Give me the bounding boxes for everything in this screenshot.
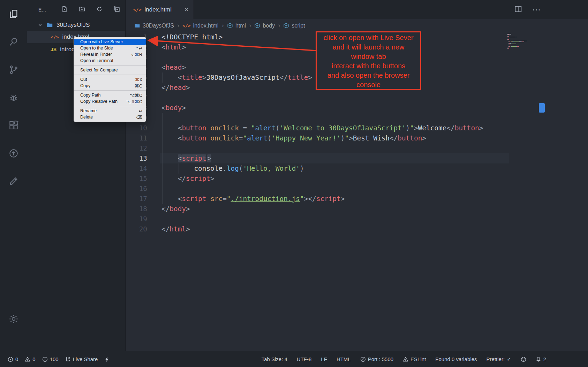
run-debug-icon[interactable] <box>5 89 22 106</box>
context-menu-item-cut[interactable]: Cut⌘X <box>74 76 146 83</box>
code-line-13[interactable]: 13 <script> <box>126 153 588 163</box>
context-menu-item-delete[interactable]: Delete⌫ <box>74 114 146 120</box>
extensions-icon[interactable] <box>5 117 22 134</box>
menu-item-shortcut: ⌫ <box>136 115 142 120</box>
line-number[interactable]: 16 <box>126 184 147 194</box>
menu-item-shortcut: ⌃↩ <box>135 46 142 51</box>
code-line-16[interactable]: 16 <box>126 184 588 194</box>
warning-icon <box>25 357 30 362</box>
new-folder-icon[interactable] <box>78 6 85 14</box>
status-item-live-share[interactable]: Live Share <box>65 356 98 362</box>
source-control-icon[interactable] <box>5 61 22 78</box>
menu-item-shortcut: ↩ <box>139 108 142 114</box>
search-icon[interactable] <box>5 33 22 50</box>
collapse-all-icon[interactable] <box>113 6 120 14</box>
line-number[interactable]: 19 <box>126 214 147 224</box>
status-item-port-5500[interactable]: Port : 5500 <box>360 356 393 362</box>
status-item-lf[interactable]: LF <box>321 356 327 362</box>
new-file-icon[interactable] <box>61 6 68 14</box>
line-number[interactable]: 12 <box>126 143 147 153</box>
line-number[interactable]: 13 <box>126 153 147 163</box>
status-item-lightning[interactable] <box>104 357 110 362</box>
refresh-icon[interactable] <box>96 6 103 14</box>
context-menu-item-select-for-compare[interactable]: Select for Compare <box>74 67 146 73</box>
folder-row-30daysofjs[interactable]: 30DaysOfJS <box>27 19 125 31</box>
context-menu-item-copy-path[interactable]: Copy Path⌥⌘C <box>74 92 146 98</box>
status-item-html[interactable]: HTML <box>337 356 351 362</box>
menu-item-label: Copy Path <box>80 93 100 98</box>
breadcrumb-label: body <box>263 23 275 29</box>
context-menu-item-open-to-the-side[interactable]: Open to the Side⌃↩ <box>74 45 146 51</box>
html-file-icon: </> <box>133 7 141 12</box>
status-label: Live Share <box>73 356 98 362</box>
explorer-icon[interactable] <box>5 6 22 22</box>
code-line-8[interactable]: 8<body> <box>126 103 588 113</box>
js-file-icon: JS <box>51 47 56 52</box>
context-menu-item-copy[interactable]: Copy⌘C <box>74 83 146 89</box>
code-line-12[interactable]: 12 <box>126 143 588 153</box>
status-item-tab-size-4[interactable]: Tab Size: 4 <box>262 356 287 362</box>
code-line-14[interactable]: 14 console.log('Hello, World') <box>126 163 588 174</box>
line-number[interactable]: 17 <box>126 194 147 204</box>
status-item-0[interactable]: 0 <box>25 356 35 362</box>
breadcrumb-item-html[interactable]: html <box>227 23 246 29</box>
breadcrumb: 30DaysOfJS›</>index.html›html›body›scrip… <box>126 19 588 32</box>
breadcrumb-item-index-html[interactable]: </>index.html <box>182 23 218 29</box>
menu-item-shortcut: ⌥⇧⌘C <box>126 99 142 104</box>
line-number[interactable]: 20 <box>126 224 147 234</box>
line-number[interactable]: 15 <box>126 174 147 184</box>
status-item-2[interactable]: 2 <box>536 356 546 362</box>
info-icon <box>42 357 48 362</box>
code-text: </html> <box>161 224 190 234</box>
code-line-19[interactable]: 19 <box>126 214 588 224</box>
breadcrumb-label: script <box>292 23 305 29</box>
context-menu-item-open-in-terminal[interactable]: Open in Terminal <box>74 58 146 64</box>
status-item-eslint[interactable]: ESLint <box>403 356 426 362</box>
status-item-utf-8[interactable]: UTF-8 <box>297 356 312 362</box>
status-label: Prettier: <box>487 356 505 362</box>
line-number[interactable]: 18 <box>126 204 147 214</box>
code-line-7[interactable]: 7 <box>126 93 588 103</box>
code-line-17[interactable]: 17 <script src="./introduction.js"></scr… <box>126 194 588 204</box>
split-editor-icon[interactable] <box>514 5 522 15</box>
code-text: <button onclick="alert('Happy New Year!'… <box>161 133 426 143</box>
breadcrumb-item-script[interactable]: script <box>283 23 305 29</box>
menu-item-shortcut: ⌥⌘C <box>130 93 142 98</box>
line-number[interactable]: 11 <box>126 133 147 143</box>
code-line-15[interactable]: 15 </script> <box>126 174 588 184</box>
code-text: </body> <box>161 204 190 214</box>
code-line-18[interactable]: 18</body> <box>126 204 588 214</box>
status-item-100[interactable]: 100 <box>42 356 59 362</box>
breadcrumb-item-body[interactable]: body <box>254 23 275 29</box>
status-item-smiley[interactable] <box>521 357 526 362</box>
context-menu-item-open-with-live-server[interactable]: Open with Live Server <box>74 39 146 45</box>
more-actions-icon[interactable]: ⋯ <box>532 5 541 15</box>
status-label: 0 <box>32 356 35 362</box>
line-number[interactable]: 10 <box>126 123 147 133</box>
code-line-10[interactable]: 10 <button onclick = "alert('Welcome to … <box>126 123 588 133</box>
minimap[interactable] <box>507 34 539 49</box>
code-line-11[interactable]: 11 <button onclick="alert('Happy New Yea… <box>126 133 588 143</box>
line-number[interactable]: 14 <box>126 163 147 174</box>
tab-index-html[interactable]: </> index.html × <box>126 0 194 19</box>
breadcrumb-item-30daysofjs[interactable]: 30DaysOfJS <box>134 23 174 29</box>
status-item-prettier[interactable]: Prettier:✓ <box>487 356 511 362</box>
context-menu-item-reveal-in-finder[interactable]: Reveal in Finder⌥⌘R <box>74 51 146 58</box>
status-item-0[interactable]: 0 <box>8 356 18 362</box>
blocked-icon <box>360 357 366 362</box>
live-share-icon[interactable] <box>5 145 22 162</box>
edit-session-icon[interactable] <box>5 173 22 190</box>
settings-gear-icon[interactable] <box>5 311 22 327</box>
tab-close-icon[interactable]: × <box>184 6 189 14</box>
breadcrumb-label: 30DaysOfJS <box>143 23 174 29</box>
menu-item-label: Open to the Side <box>80 46 113 51</box>
context-menu-item-rename[interactable]: Rename↩ <box>74 108 146 114</box>
context-menu-item-copy-relative-path[interactable]: Copy Relative Path⌥⇧⌘C <box>74 98 146 105</box>
code-line-9[interactable]: 9 <box>126 113 588 123</box>
code-line-20[interactable]: 20</html> <box>126 224 588 234</box>
cube-icon <box>227 23 233 29</box>
chevron-down-icon <box>37 22 44 28</box>
menu-separator <box>74 106 146 106</box>
smiley-icon <box>521 357 526 362</box>
status-item-found-0-variables[interactable]: Found 0 variables <box>435 356 477 362</box>
